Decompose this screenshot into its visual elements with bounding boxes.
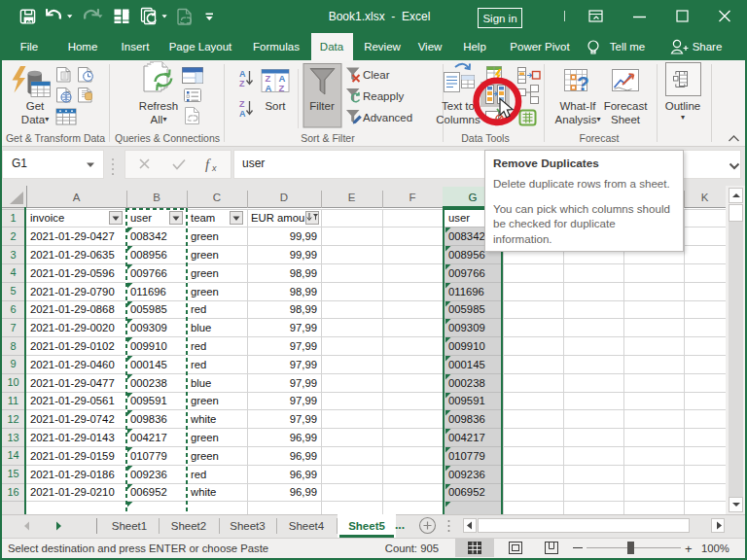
svg-text:?: ?: [577, 72, 589, 94]
svg-text:Reapply: Reapply: [363, 90, 404, 102]
svg-text:Advanced: Advanced: [363, 112, 412, 123]
svg-text:x: x: [211, 163, 217, 173]
svg-text:A: A: [266, 83, 272, 93]
svg-text:Z: Z: [239, 79, 245, 88]
svg-text:f: f: [205, 157, 211, 172]
svg-text:Z: Z: [239, 99, 245, 109]
svg-text:A: A: [239, 69, 246, 79]
svg-text:Z: Z: [279, 83, 285, 93]
svg-text:Clear: Clear: [363, 69, 390, 81]
svg-text:A: A: [239, 109, 246, 119]
